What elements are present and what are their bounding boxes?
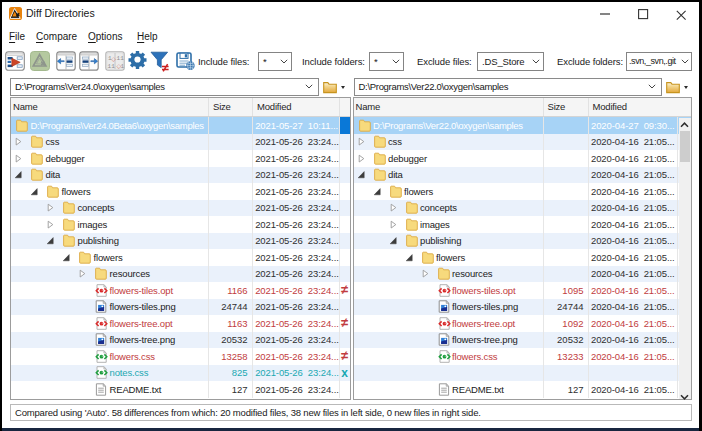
svg-text:◇: ◇ — [111, 55, 116, 61]
svg-text:11: 11 — [108, 62, 116, 69]
svg-text:1: 1 — [120, 62, 124, 69]
svg-text:11: 11 — [117, 55, 125, 62]
